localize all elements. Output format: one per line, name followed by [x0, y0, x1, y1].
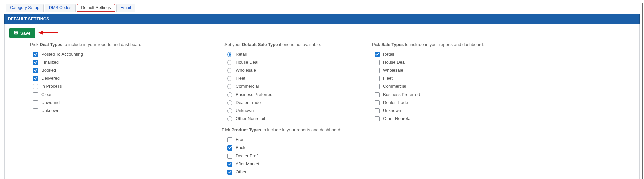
option-label: Clear	[41, 91, 52, 98]
tab-default-settings[interactable]: Default Settings	[77, 4, 115, 12]
radio-input[interactable]	[227, 100, 232, 105]
checkbox-input[interactable]	[375, 92, 380, 97]
list-item: House Deal	[227, 58, 359, 66]
checkbox-input[interactable]	[227, 170, 232, 175]
checkbox-input[interactable]	[375, 84, 380, 89]
checkbox-input[interactable]	[33, 60, 38, 65]
list-item: Finalized	[33, 58, 211, 66]
title-pre: Set your	[224, 42, 242, 47]
list-item: Unknown	[375, 107, 513, 115]
option-label: House Deal	[383, 59, 406, 66]
list-item: Commercial	[227, 82, 359, 91]
option-label: Unwound	[41, 99, 60, 106]
option-label: Commercial	[236, 83, 259, 90]
list-item: Commercial	[375, 82, 513, 91]
tab-category-setup[interactable]: Category Setup	[6, 4, 44, 12]
radio-input[interactable]	[227, 68, 232, 73]
deal-types-list: Posted To AccountingFinalizedBookedDeliv…	[30, 50, 211, 115]
tab-strip: Category SetupDMS CodesDefault SettingsE…	[6, 4, 640, 12]
checkbox-input[interactable]	[375, 108, 380, 113]
list-item: Fleet	[375, 74, 513, 82]
settings-columns: Pick Deal Types to include in your repor…	[9, 42, 635, 176]
list-item: Back	[227, 144, 359, 152]
checkbox-input[interactable]	[375, 100, 380, 105]
product-types-title: Pick Product Types to include in your re…	[222, 127, 359, 132]
option-label: Other Nonretail	[383, 115, 412, 122]
deal-types-column: Pick Deal Types to include in your repor…	[30, 42, 211, 176]
title-post: to include in your reports and dashboard…	[62, 42, 143, 47]
checkbox-input[interactable]	[375, 52, 380, 57]
checkbox-input[interactable]	[227, 162, 232, 167]
option-label: Business Preferred	[236, 91, 273, 98]
option-label: Delivered	[41, 75, 60, 82]
checkbox-input[interactable]	[33, 52, 38, 57]
default-sale-type-list: RetailHouse DealWholesaleFleetCommercial…	[224, 50, 359, 123]
checkbox-input[interactable]	[375, 68, 380, 73]
list-item: House Deal	[375, 58, 513, 66]
list-item: Business Preferred	[375, 91, 513, 99]
option-label: Business Preferred	[383, 91, 420, 98]
option-label: After Market	[236, 161, 259, 167]
option-label: Back	[236, 144, 245, 151]
radio-input[interactable]	[227, 76, 232, 81]
checkbox-input[interactable]	[375, 60, 380, 65]
checkbox-input[interactable]	[33, 108, 38, 113]
title-pre: Pick	[372, 42, 381, 47]
panel-header: DEFAULT SETTINGS	[4, 14, 640, 24]
list-item: Unwound	[33, 99, 211, 107]
checkbox-input[interactable]	[33, 68, 38, 73]
option-label: Unknown	[236, 107, 254, 114]
option-label: Wholesale	[236, 67, 256, 74]
checkbox-input[interactable]	[227, 154, 232, 159]
option-label: Posted To Accounting	[41, 51, 83, 58]
tab-dms-codes[interactable]: DMS Codes	[45, 4, 76, 12]
checkbox-input[interactable]	[227, 137, 232, 142]
list-item: Dealer Profit	[227, 152, 359, 160]
radio-input[interactable]	[227, 92, 232, 97]
list-item: In Process	[33, 82, 211, 91]
option-label: Retail	[236, 51, 247, 58]
deal-types-title: Pick Deal Types to include in your repor…	[30, 42, 211, 47]
radio-input[interactable]	[227, 84, 232, 89]
save-row: Save	[9, 28, 635, 38]
list-item: Posted To Accounting	[33, 50, 211, 58]
list-item: Unknown	[227, 107, 359, 115]
list-item: Other	[227, 168, 359, 176]
option-label: Booked	[41, 67, 56, 74]
list-item: Retail	[375, 50, 513, 58]
title-pre: Pick	[222, 127, 231, 132]
list-item: Business Preferred	[227, 91, 359, 99]
sale-types-column: Pick Sale Types to include in your repor…	[372, 42, 513, 176]
title-pre: Pick	[30, 42, 40, 47]
title-bold: Product Types	[231, 127, 261, 132]
checkbox-input[interactable]	[33, 84, 38, 89]
option-label: Finalized	[41, 59, 59, 66]
option-label: Unknown	[41, 107, 59, 114]
list-item: Unknown	[33, 107, 211, 115]
svg-marker-1	[38, 31, 43, 35]
list-item: Wholesale	[375, 66, 513, 74]
radio-input[interactable]	[227, 52, 232, 57]
spacer	[224, 123, 359, 127]
tab-email[interactable]: Email	[116, 4, 135, 12]
option-label: Dealer Trade	[383, 99, 408, 106]
checkbox-input[interactable]	[33, 100, 38, 105]
checkbox-input[interactable]	[33, 92, 38, 97]
radio-input[interactable]	[227, 116, 232, 121]
list-item: Dealer Trade	[227, 99, 359, 107]
list-item: Other Nonretail	[375, 115, 513, 123]
list-item: Wholesale	[227, 66, 359, 74]
save-button[interactable]: Save	[9, 28, 35, 38]
option-label: Retail	[383, 51, 394, 58]
radio-input[interactable]	[227, 108, 232, 113]
checkbox-input[interactable]	[375, 76, 380, 81]
list-item: Retail	[227, 50, 359, 58]
middle-column: Set your Default Sale Type if one is not…	[224, 42, 359, 176]
checkbox-input[interactable]	[33, 76, 38, 81]
checkbox-input[interactable]	[375, 116, 380, 121]
checkbox-input[interactable]	[227, 145, 232, 151]
list-item: Dealer Trade	[375, 99, 513, 107]
callout-arrow-icon	[38, 30, 58, 36]
radio-input[interactable]	[227, 60, 232, 65]
title-post: if one is not available:	[278, 42, 321, 47]
